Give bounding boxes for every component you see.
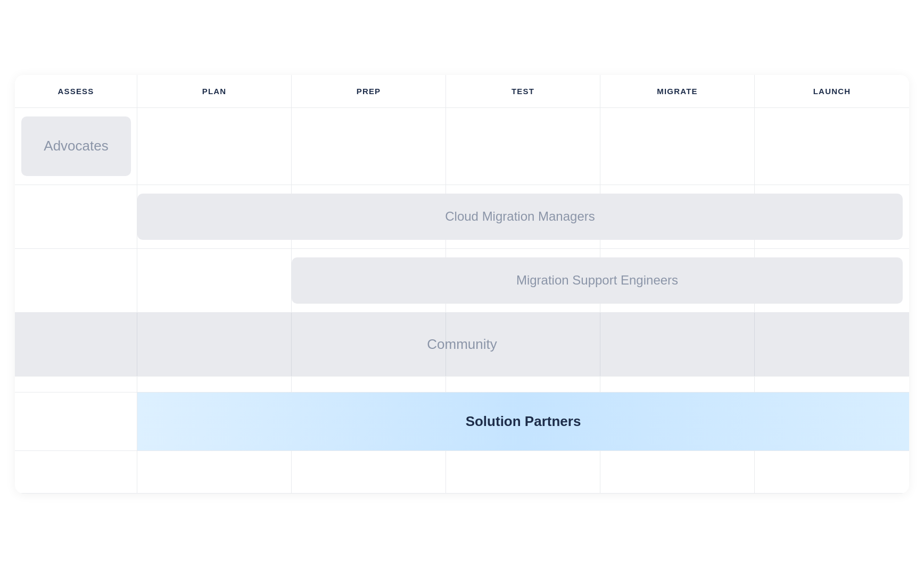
row-separator [15,377,909,392]
advocates-content: Advocates [15,108,909,185]
header-test: TEST [446,75,600,107]
row-bottom [15,451,909,494]
header-migrate: MIGRATE [600,75,755,107]
advocates-card: Advocates [21,116,131,176]
grid-body: Advocates Cloud Migration Managers [15,108,909,494]
row-cloud-migration-managers: Cloud Migration Managers [15,185,909,249]
row-solution-partners: Solution Partners [15,392,909,451]
header-row: ASSESS PLAN PREP TEST MIGRATE LAUNCH [15,75,909,108]
col-prep [292,451,446,493]
col-assess [15,377,137,392]
col-migrate [600,451,755,493]
row-advocates: Advocates [15,108,909,185]
mse-card: Migration Support Engineers [292,257,903,304]
header-launch: LAUNCH [755,75,909,107]
col-launch [755,377,909,392]
col-migrate [600,377,755,392]
col-assess [15,451,137,493]
community-content: Community [15,313,909,376]
col-launch [755,451,909,493]
col-assess [15,392,137,450]
col-test [446,377,600,392]
col-assess [15,249,137,312]
community-card: Community [15,313,909,376]
cmm-card: Cloud Migration Managers [137,194,903,240]
col-prep [292,377,446,392]
cmm-label: Cloud Migration Managers [445,209,595,224]
col-plan [137,451,292,493]
header-prep: PREP [292,75,446,107]
row-sep-grid [15,377,909,392]
col-test [446,451,600,493]
row-migration-support-engineers: Migration Support Engineers [15,249,909,313]
header-assess: ASSESS [15,75,137,107]
col-plan [137,249,292,312]
row-bottom-grid [15,451,909,493]
row-community: Community [15,313,909,377]
community-label: Community [427,336,497,353]
mse-label: Migration Support Engineers [516,273,678,288]
advocates-label: Advocates [44,138,108,154]
col-plan [137,377,292,392]
sp-card: Solution Partners [137,392,909,450]
sp-label: Solution Partners [466,413,581,430]
swimlane-chart: ASSESS PLAN PREP TEST MIGRATE LAUNCH Adv… [15,75,909,494]
header-plan: PLAN [137,75,292,107]
col-assess [15,185,137,248]
